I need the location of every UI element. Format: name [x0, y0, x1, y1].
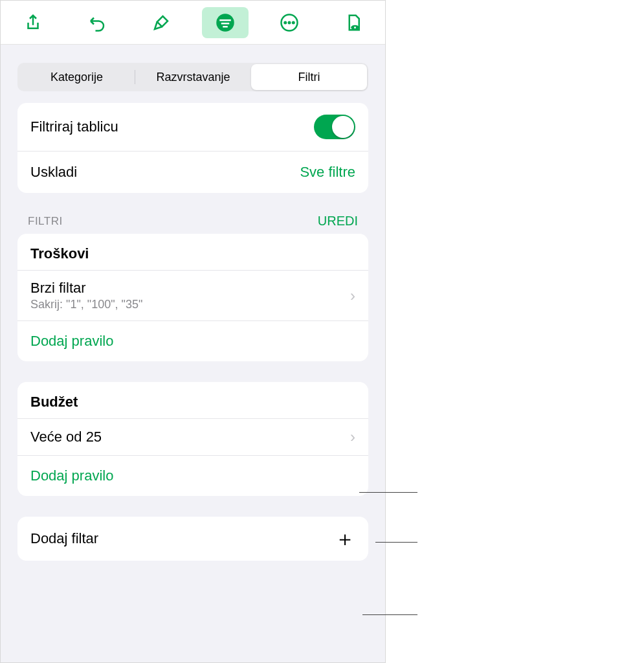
- filter-group-title: Troškovi: [17, 234, 368, 271]
- filter-rule-item[interactable]: Brzi filtar Sakrij: "1", "100", "35" ›: [17, 271, 368, 321]
- filter-table-toggle[interactable]: [314, 115, 355, 139]
- svg-point-7: [293, 21, 294, 23]
- plus-icon: ＋: [335, 528, 355, 549]
- toolbar: [1, 1, 385, 45]
- match-label: Uskladi: [30, 164, 77, 181]
- brush-icon: [151, 13, 171, 32]
- chevron-right-icon: ›: [350, 428, 355, 446]
- match-value: Sve filtre: [300, 164, 355, 181]
- filter-group-troskovi: Troškovi Brzi filtar Sakrij: "1", "100",…: [17, 234, 368, 361]
- share-icon: [23, 13, 43, 32]
- more-button[interactable]: [266, 7, 313, 38]
- document-eye-icon: [344, 13, 363, 32]
- add-filter-card: Dodaj filtar ＋: [17, 517, 368, 561]
- filter-rule-sub: Sakrij: "1", "100", "35": [30, 298, 350, 311]
- chevron-right-icon: ›: [350, 287, 355, 305]
- match-row[interactable]: Uskladi Sve filtre: [17, 152, 368, 193]
- undo-button[interactable]: [74, 7, 120, 38]
- more-icon: [280, 13, 299, 32]
- callout-line: [362, 614, 417, 615]
- svg-rect-1: [219, 19, 231, 21]
- filters-section-title: FILTRI: [28, 215, 63, 228]
- add-rule-button[interactable]: Dodaj pravilo: [17, 456, 368, 496]
- svg-point-5: [284, 21, 286, 23]
- add-rule-button[interactable]: Dodaj pravilo: [17, 321, 368, 361]
- edit-button[interactable]: UREDI: [318, 214, 358, 229]
- add-filter-button[interactable]: Dodaj filtar ＋: [17, 517, 368, 561]
- filter-rule-label: Brzi filtar: [30, 280, 350, 297]
- tab-sort[interactable]: Razvrstavanje: [135, 64, 251, 90]
- filter-rule-label: Veće od 25: [30, 429, 350, 445]
- svg-point-6: [288, 21, 290, 23]
- general-card: Filtriraj tablicu Uskladi Sve filtre: [17, 103, 368, 193]
- tab-filters[interactable]: Filtri: [251, 64, 367, 90]
- document-view-button[interactable]: [330, 7, 377, 38]
- callout-line: [359, 492, 417, 493]
- filter-group-title: Budžet: [17, 382, 368, 419]
- filters-section-header: FILTRI UREDI: [1, 214, 385, 234]
- filter-table-label: Filtriraj tablicu: [30, 118, 118, 135]
- filter-group-budzet: Budžet Veće od 25 › Dodaj pravilo: [17, 382, 368, 496]
- tab-categories[interactable]: Kategorije: [19, 64, 135, 90]
- svg-rect-3: [223, 26, 228, 28]
- filters-panel: Kategorije Razvrstavanje Filtri Filtrira…: [0, 0, 386, 663]
- filter-lines-icon: [216, 13, 235, 32]
- callout-line: [375, 542, 417, 543]
- filter-table-row: Filtriraj tablicu: [17, 103, 368, 152]
- format-button[interactable]: [138, 7, 184, 38]
- filter-rule-item[interactable]: Veće od 25 ›: [17, 419, 368, 456]
- organize-button[interactable]: [202, 7, 249, 38]
- svg-point-9: [354, 27, 356, 28]
- share-button[interactable]: [10, 7, 56, 38]
- segmented-control: Kategorije Razvrstavanje Filtri: [17, 63, 368, 91]
- svg-rect-2: [221, 23, 229, 25]
- undo-icon: [87, 13, 107, 32]
- add-filter-label: Dodaj filtar: [30, 530, 98, 547]
